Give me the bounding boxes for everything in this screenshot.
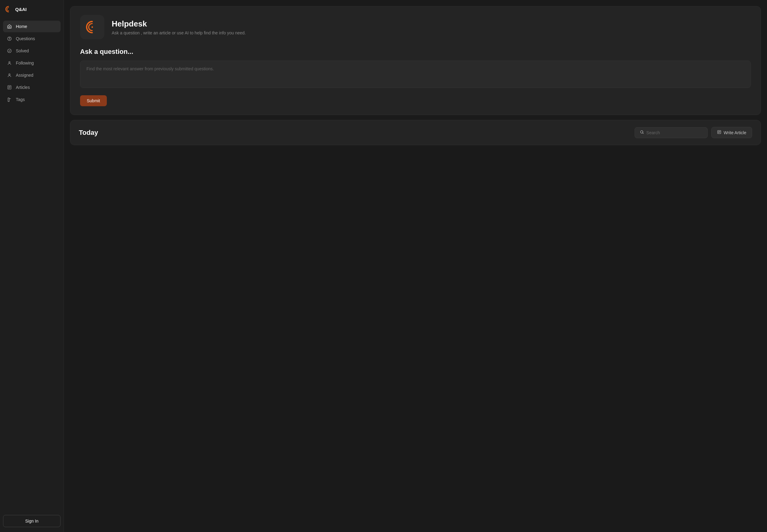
sidebar-item-articles-label: Articles [16,85,30,90]
helpdesk-description: Ask a question , write an article or use… [112,30,246,35]
sidebar-item-following[interactable]: Following [3,57,61,69]
question-textarea[interactable] [80,61,751,88]
sidebar-item-tags[interactable]: Tags [3,94,61,105]
helpdesk-header: Helpdesk Ask a question , write an artic… [80,15,751,39]
svg-rect-6 [8,98,9,102]
helpdesk-logo-icon [85,19,100,35]
sidebar-item-questions[interactable]: Questions [3,33,61,44]
svg-point-7 [92,26,93,28]
questions-icon [7,36,12,41]
today-actions: Write Article [635,127,752,138]
solved-icon [7,48,12,54]
sign-in-button[interactable]: Sign In [3,515,61,527]
search-input[interactable] [646,130,702,135]
following-icon [7,60,12,66]
today-header: Today [79,127,752,138]
helpdesk-card: Helpdesk Ask a question , write an artic… [70,6,761,115]
sidebar-nav: Home Questions Solved [0,18,64,510]
svg-point-2 [8,49,11,53]
sidebar-item-home[interactable]: Home [3,21,61,32]
write-article-button[interactable]: Write Article [711,127,752,138]
app-logo[interactable]: Q&AI [0,0,64,18]
svg-point-1 [9,40,10,40]
articles-icon [7,85,12,90]
submit-button[interactable]: Submit [80,95,107,106]
sidebar-item-assigned-label: Assigned [16,73,33,78]
write-article-icon [717,130,721,135]
sidebar: Q&AI Home Questions [0,0,64,532]
logo-icon [5,5,12,13]
helpdesk-info: Helpdesk Ask a question , write an artic… [112,19,246,35]
sidebar-item-articles[interactable]: Articles [3,82,61,93]
sidebar-item-questions-label: Questions [16,36,35,41]
sidebar-item-tags-label: Tags [16,97,25,102]
sidebar-item-following-label: Following [16,61,34,65]
assigned-icon [7,72,12,78]
tags-icon [7,97,12,102]
sidebar-bottom: Sign In [0,510,64,532]
write-article-label: Write Article [724,130,746,135]
search-box[interactable] [635,127,708,138]
sidebar-item-solved[interactable]: Solved [3,45,61,57]
svg-point-4 [9,74,10,75]
helpdesk-title: Helpdesk [112,19,246,29]
svg-point-3 [9,61,10,63]
today-card: Today [70,120,761,145]
helpdesk-logo [80,15,104,39]
home-icon [7,24,12,29]
sidebar-item-solved-label: Solved [16,48,29,53]
today-title: Today [79,129,98,137]
main-content: Helpdesk Ask a question , write an artic… [64,0,767,532]
search-icon [640,130,644,135]
sidebar-item-assigned[interactable]: Assigned [3,69,61,81]
sidebar-item-home-label: Home [16,24,27,29]
app-title: Q&AI [15,7,27,12]
ask-question-title: Ask a question... [80,48,751,56]
